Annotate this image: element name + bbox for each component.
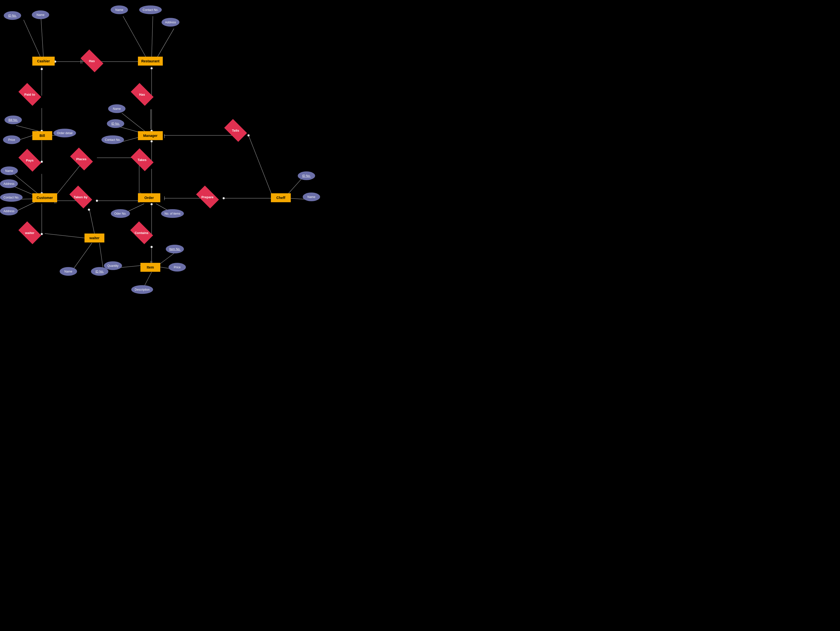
waiter-entity: waiter: [85, 233, 104, 243]
svg-line-18: [16, 125, 38, 131]
svg-line-0: [24, 20, 41, 58]
prepare-relationship: Prepare: [196, 186, 219, 208]
bill-orderdetail-attr: Order detail: [54, 129, 76, 137]
svg-point-62: [151, 246, 153, 248]
svg-line-84: [73, 243, 92, 269]
cheff-name-attr: Name: [303, 192, 320, 201]
svg-point-60: [151, 203, 153, 205]
customer-name-attr: Name: [0, 166, 18, 175]
manager-idno-attr: ID No.: [107, 119, 124, 128]
bill-entity: Bill: [32, 131, 52, 140]
svg-line-75: [287, 178, 302, 195]
pays-relationship: Pays: [18, 149, 41, 172]
restaurant-address-attr: Address: [161, 18, 180, 27]
svg-line-65: [159, 253, 174, 265]
svg-point-56: [151, 140, 153, 142]
svg-point-50: [96, 200, 98, 202]
cheff-idno-attr: ID No.: [298, 171, 315, 180]
waiter-relationship: waiter: [18, 221, 41, 244]
svg-point-30: [248, 134, 249, 136]
tells-relationship: Tells: [224, 119, 247, 142]
svg-line-79: [45, 233, 85, 238]
cashier-entity: Cashier: [32, 57, 55, 66]
svg-line-29: [248, 136, 273, 199]
item-entity: Item: [141, 263, 160, 272]
restaurant-name-attr: Name: [111, 5, 128, 14]
cashier-idno-attr: ID No.: [4, 11, 21, 20]
svg-line-85: [99, 243, 103, 269]
customer-address2-attr: Address: [0, 207, 18, 215]
customer-entity: Customer: [32, 193, 57, 202]
item-itemno-attr: Item No.: [166, 245, 184, 253]
paidto-relationship: Paid to: [18, 83, 41, 106]
svg-line-24: [122, 113, 145, 132]
svg-point-15: [41, 68, 43, 70]
cheff-entity: Cheff: [271, 193, 291, 202]
contains-relationship: Contains: [130, 221, 153, 244]
item-price-attr: Price: [169, 263, 186, 271]
manager-contactno-attr: Contact No.: [101, 136, 124, 144]
takes-relationship: Takes: [131, 148, 153, 171]
svg-line-1: [41, 19, 44, 58]
waiter-name-attr: Name: [60, 267, 77, 276]
order-entity: Order: [138, 193, 160, 202]
svg-line-11: [156, 28, 174, 58]
order-odno-attr: Oder No.: [111, 209, 130, 218]
svg-line-9: [123, 16, 147, 58]
restaurant-contactno-attr: Contact No.: [139, 5, 162, 14]
takenby-relationship: Taken by: [69, 186, 92, 208]
places-relationship: Places: [70, 148, 93, 170]
svg-point-13: [151, 67, 153, 69]
er-diagram: Cashier Restaurant Bill Manager Customer…: [0, 0, 420, 316]
svg-point-72: [223, 197, 225, 199]
svg-line-77: [90, 210, 95, 233]
bill-price-attr: Price: [3, 136, 21, 144]
svg-line-67: [144, 272, 152, 286]
manager-name-attr: Name: [108, 104, 125, 113]
item-quantity-attr: Quantity: [104, 261, 122, 270]
svg-line-10: [152, 16, 153, 58]
manager-entity: Manager: [138, 131, 163, 140]
customer-address1-attr: Address: [0, 179, 18, 188]
order-noitems-attr: No. of items: [161, 209, 184, 218]
item-description-attr: Description: [131, 285, 153, 294]
svg-point-83: [41, 233, 43, 235]
customer-contactno-attr: Contact No.: [0, 193, 23, 202]
svg-point-78: [88, 209, 90, 211]
restaurant-entity: Restaurant: [138, 57, 163, 66]
has2-relationship: Has: [131, 83, 153, 106]
bill-billno-attr: Bill No.: [5, 115, 22, 124]
has1-relationship: Has: [81, 49, 103, 72]
cashier-name-attr: Name: [32, 10, 49, 19]
svg-point-32: [41, 161, 43, 163]
